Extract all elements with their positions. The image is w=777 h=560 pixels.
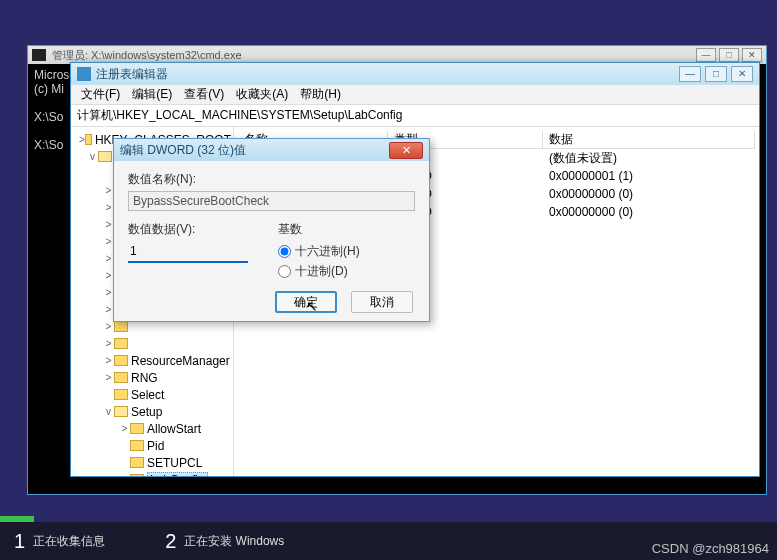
tree-item[interactable]: >ResourceManager (73, 352, 231, 369)
tree-item[interactable]: >AllowStart (73, 420, 231, 437)
regedit-max-button[interactable]: □ (705, 66, 727, 82)
menu-view[interactable]: 查看(V) (180, 85, 228, 104)
cmd-min-button[interactable]: — (696, 48, 716, 62)
value-label: 数值数据(V): (128, 221, 248, 238)
step-number: 1 (14, 530, 25, 553)
tree-item[interactable]: Select (73, 386, 231, 403)
tree-item[interactable]: vSetup (73, 403, 231, 420)
regedit-icon (77, 67, 91, 81)
radio-dec[interactable]: 十进制(D) (278, 261, 360, 281)
menu-fav[interactable]: 收藏夹(A) (232, 85, 292, 104)
col-data[interactable]: 数据 (543, 131, 755, 148)
base-label: 基数 (278, 221, 360, 238)
regedit-path-text: 计算机\HKEY_LOCAL_MACHINE\SYSTEM\Setup\LabC… (77, 107, 402, 124)
regedit-min-button[interactable]: — (679, 66, 701, 82)
regedit-menubar: 文件(F) 编辑(E) 查看(V) 收藏夹(A) 帮助(H) (71, 85, 759, 105)
tree-item[interactable]: SETUPCL (73, 454, 231, 471)
regedit-title-text: 注册表编辑器 (96, 66, 168, 83)
cancel-button[interactable]: 取消 (351, 291, 413, 313)
dialog-close-button[interactable]: ✕ (389, 142, 423, 159)
setup-step-1: 1 正在收集信息 (14, 530, 105, 553)
dialog-titlebar[interactable]: 编辑 DWORD (32 位)值 ✕ (114, 139, 429, 161)
value-input[interactable] (128, 241, 248, 263)
menu-help[interactable]: 帮助(H) (296, 85, 345, 104)
menu-file[interactable]: 文件(F) (77, 85, 124, 104)
setup-step-2: 2 正在安装 Windows (165, 530, 284, 553)
regedit-pathbar[interactable]: 计算机\HKEY_LOCAL_MACHINE\SYSTEM\Setup\LabC… (71, 105, 759, 127)
cmd-close-button[interactable]: ✕ (742, 48, 762, 62)
step-label: 正在安装 Windows (184, 533, 284, 550)
tree-item[interactable]: >RNG (73, 369, 231, 386)
cmd-max-button[interactable]: □ (719, 48, 739, 62)
regedit-titlebar[interactable]: 注册表编辑器 — □ ✕ (71, 63, 759, 85)
cmd-icon (32, 49, 46, 61)
cmd-title-text: 管理员: X:\windows\system32\cmd.exe (52, 48, 242, 63)
tree-item[interactable]: > (73, 335, 231, 352)
watermark: CSDN @zch981964 (652, 541, 769, 556)
menu-edit[interactable]: 编辑(E) (128, 85, 176, 104)
edit-dword-dialog: 编辑 DWORD (32 位)值 ✕ 数值名称(N): BypassSecure… (113, 138, 430, 322)
ok-button[interactable]: 确定 (275, 291, 337, 313)
radio-hex[interactable]: 十六进制(H) (278, 241, 360, 261)
tree-item[interactable]: LabConfig (73, 471, 231, 476)
regedit-close-button[interactable]: ✕ (731, 66, 753, 82)
tree-item[interactable]: Pid (73, 437, 231, 454)
name-label: 数值名称(N): (128, 171, 415, 188)
name-field: BypassSecureBootCheck (128, 191, 415, 211)
step-number: 2 (165, 530, 176, 553)
step-label: 正在收集信息 (33, 533, 105, 550)
dialog-title-text: 编辑 DWORD (32 位)值 (120, 142, 246, 159)
